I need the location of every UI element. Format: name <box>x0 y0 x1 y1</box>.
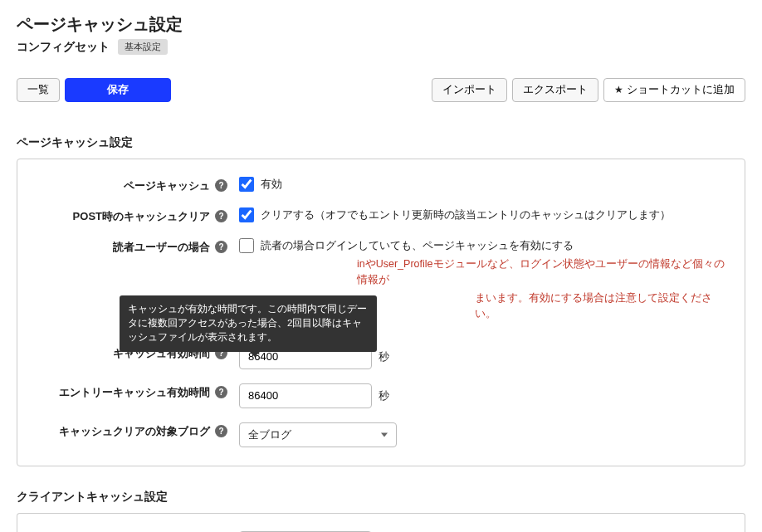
panel-client-cache: キャッシュ有効時間 ? 秒 <box>17 513 745 532</box>
add-shortcut-button[interactable]: ★ショートカットに追加 <box>603 78 745 102</box>
checkbox-label-post-clear: クリアする（オフでもエントリ更新時の該当エントリのキャッシュはクリアします） <box>261 207 671 222</box>
export-button[interactable]: エクスポート <box>512 78 598 102</box>
select-clear-target[interactable]: 全ブログ <box>239 422 397 447</box>
label-entry-cache-ttl: エントリーキャッシュ有効時間 <box>59 385 210 400</box>
label-reader-user: 読者ユーザーの場合 <box>113 240 210 255</box>
page-title: ページキャッシュ設定 <box>17 13 745 36</box>
save-button[interactable]: 保存 <box>65 78 171 102</box>
help-icon[interactable]: ? <box>215 179 227 192</box>
unit-cache-ttl: 秒 <box>379 349 389 364</box>
checkbox-label-reader-user: 読者の場合ログインしていても、ページキャッシュを有効にする <box>261 238 574 253</box>
select-clear-target-value: 全ブログ <box>248 427 291 442</box>
import-button[interactable]: インポート <box>432 78 507 102</box>
chevron-down-icon <box>381 432 388 437</box>
section-title-page-cache: ページキャッシュ設定 <box>17 135 745 150</box>
panel-page-cache: ページキャッシュ ? 有効 POST時のキャッシュクリア ? クリアする（オフで… <box>17 159 745 466</box>
label-clear-target: キャッシュクリアの対象ブログ <box>59 424 210 439</box>
checkbox-post-clear[interactable] <box>239 207 254 222</box>
checkbox-page-cache[interactable] <box>239 177 254 192</box>
section-title-client-cache: クライアントキャッシュ設定 <box>17 490 745 505</box>
help-icon[interactable]: ? <box>215 210 227 222</box>
help-icon[interactable]: ? <box>215 425 227 437</box>
input-entry-cache-ttl[interactable] <box>239 383 372 408</box>
reader-user-note-2: まいます。有効にする場合は注意して設定ください。 <box>475 292 712 320</box>
tooltip-cache-ttl: キャッシュが有効な時間です。この時間内で同じデータに複数回アクセスがあった場合、… <box>120 295 377 352</box>
label-post-clear: POST時のキャッシュクリア <box>73 209 210 224</box>
checkbox-reader-user[interactable] <box>239 238 254 253</box>
star-icon: ★ <box>614 84 623 95</box>
list-button[interactable]: 一覧 <box>17 78 60 102</box>
unit-entry-cache-ttl: 秒 <box>379 388 389 403</box>
add-shortcut-label: ショートカットに追加 <box>627 83 735 95</box>
help-icon[interactable]: ? <box>215 386 227 398</box>
configset-badge: 基本設定 <box>118 39 168 55</box>
help-icon[interactable]: ? <box>215 241 227 253</box>
checkbox-label-page-cache: 有効 <box>261 177 282 192</box>
label-page-cache: ページキャッシュ <box>124 178 210 193</box>
reader-user-note-1: inやUser_Profileモジュールなど、ログイン状態やユーザーの情報など個… <box>357 258 725 286</box>
configset-label: コンフィグセット <box>17 40 110 55</box>
